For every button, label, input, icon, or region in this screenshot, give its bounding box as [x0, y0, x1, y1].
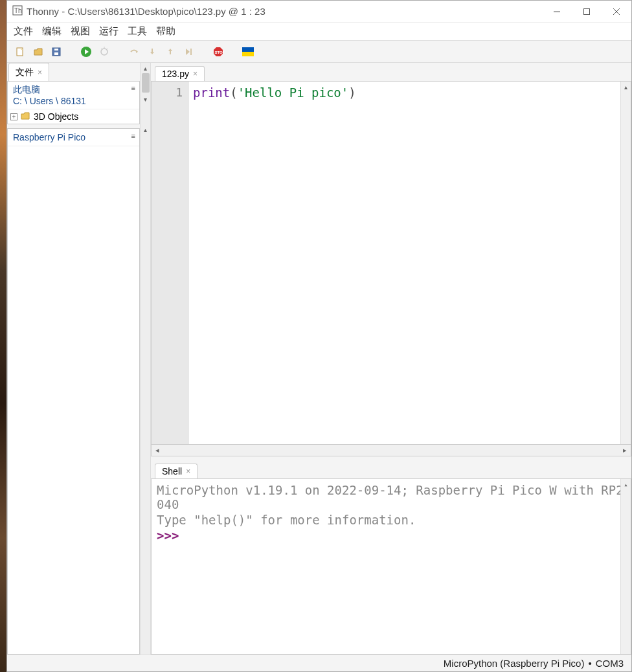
- file-tree-item[interactable]: + 3D Objects: [8, 109, 139, 124]
- resume-icon[interactable]: [182, 45, 195, 58]
- menubar: 文件 编辑 视图 运行 工具 帮助: [7, 23, 631, 41]
- shell-tab[interactable]: Shell ×: [155, 464, 198, 478]
- save-file-icon[interactable]: [50, 45, 63, 58]
- close-icon[interactable]: ×: [38, 68, 42, 77]
- editor-tabs: 123.py ×: [151, 63, 631, 81]
- svg-rect-17: [190, 49, 192, 55]
- main-area: 文件 × 此电脑 C: \ Users \ 86131 ≡ +: [7, 63, 631, 655]
- shell-panel: Shell × MicroPython v1.19.1 on 2022-09-1…: [151, 460, 631, 655]
- maximize-button[interactable]: [572, 1, 602, 22]
- menu-view[interactable]: 视图: [71, 25, 90, 38]
- svg-rect-20: [242, 47, 254, 52]
- menu-help[interactable]: 帮助: [156, 25, 175, 38]
- device-scrollbar[interactable]: ▴: [140, 124, 150, 655]
- scroll-up-icon[interactable]: ▴: [141, 63, 150, 73]
- folder-icon: [21, 111, 30, 122]
- editor-tab[interactable]: 123.py ×: [155, 66, 205, 81]
- svg-rect-3: [584, 8, 590, 14]
- svg-text:Th: Th: [14, 7, 22, 14]
- editor-horizontal-scrollbar[interactable]: ◂ ▸: [151, 445, 631, 456]
- svg-text:STOP: STOP: [215, 50, 225, 54]
- svg-rect-8: [54, 52, 58, 55]
- sidebar: 文件 × 此电脑 C: \ Users \ 86131 ≡ +: [7, 63, 151, 655]
- step-over-icon[interactable]: [128, 45, 141, 58]
- statusbar: MicroPython (Raspberry Pi Pico) • COM3: [7, 655, 631, 671]
- debug-icon[interactable]: [98, 45, 111, 58]
- line-number-gutter: 1: [152, 82, 189, 444]
- step-into-icon[interactable]: [146, 45, 159, 58]
- shell-line: Type "help()" for more information.: [157, 513, 626, 527]
- hamburger-icon[interactable]: ≡: [131, 132, 135, 140]
- stop-icon[interactable]: STOP: [212, 45, 225, 58]
- ukraine-flag-icon[interactable]: [242, 45, 254, 58]
- minimize-button[interactable]: [542, 1, 572, 22]
- shell-prompt: >>>: [157, 528, 186, 543]
- new-file-icon[interactable]: [14, 45, 27, 58]
- shell-line: MicroPython v1.19.1 on 2022-09-14; Raspb…: [157, 483, 626, 511]
- close-icon[interactable]: ×: [186, 467, 190, 476]
- device-panel: Raspberry Pi Pico ≡: [7, 128, 140, 655]
- svg-rect-9: [54, 49, 58, 50]
- shell-output[interactable]: MicroPython v1.19.1 on 2022-09-14; Raspb…: [151, 478, 631, 655]
- scroll-up-icon[interactable]: ▴: [621, 82, 631, 92]
- code-text-area[interactable]: print('Hello Pi pico'): [189, 82, 631, 444]
- scroll-right-icon[interactable]: ▸: [619, 445, 631, 456]
- files-panel: 此电脑 C: \ Users \ 86131 ≡ + 3D Objects: [7, 81, 140, 124]
- device-panel-header[interactable]: Raspberry Pi Pico ≡: [8, 129, 139, 146]
- scroll-thumb[interactable]: [142, 73, 150, 93]
- run-icon[interactable]: [80, 45, 93, 58]
- expand-icon[interactable]: +: [10, 113, 17, 120]
- titlebar[interactable]: Th Thonny - C:\Users\86131\Desktop\pico\…: [7, 1, 631, 23]
- svg-rect-21: [242, 52, 254, 56]
- editor-area: 123.py × 1 print('Hello Pi pico') ▴ ◂ ▸: [151, 63, 631, 655]
- files-panel-header[interactable]: 此电脑 C: \ Users \ 86131 ≡: [8, 82, 139, 109]
- menu-file[interactable]: 文件: [14, 25, 33, 38]
- scroll-up-icon[interactable]: ▴: [141, 124, 150, 135]
- files-scrollbar[interactable]: ▴ ▾: [140, 63, 150, 124]
- shell-vertical-scrollbar[interactable]: ▴: [620, 479, 631, 654]
- toolbar: STOP: [7, 41, 631, 63]
- separator-dot: •: [588, 658, 591, 669]
- port-label[interactable]: COM3: [596, 658, 624, 669]
- scroll-up-icon[interactable]: ▴: [621, 479, 631, 489]
- menu-tools[interactable]: 工具: [128, 25, 147, 38]
- editor-vertical-scrollbar[interactable]: ▴: [620, 82, 631, 444]
- files-panel-tab[interactable]: 文件 ×: [8, 63, 49, 81]
- menu-run[interactable]: 运行: [99, 25, 119, 38]
- code-editor[interactable]: 1 print('Hello Pi pico') ▴: [151, 81, 631, 445]
- open-file-icon[interactable]: [32, 45, 45, 58]
- interpreter-selector[interactable]: MicroPython (Raspberry Pi Pico): [444, 658, 585, 669]
- scroll-left-icon[interactable]: ◂: [152, 445, 163, 456]
- close-icon[interactable]: ×: [193, 69, 198, 78]
- hamburger-icon[interactable]: ≡: [131, 84, 135, 92]
- step-out-icon[interactable]: [164, 45, 177, 58]
- thonny-window: Th Thonny - C:\Users\86131\Desktop\pico\…: [6, 0, 632, 672]
- menu-edit[interactable]: 编辑: [42, 25, 62, 38]
- desktop-background-edge: [0, 0, 6, 672]
- thonny-app-icon: Th: [12, 5, 23, 17]
- scroll-down-icon[interactable]: ▾: [141, 94, 150, 104]
- titlebar-text: Thonny - C:\Users\86131\Desktop\pico\123…: [27, 6, 542, 17]
- close-button[interactable]: [602, 1, 631, 22]
